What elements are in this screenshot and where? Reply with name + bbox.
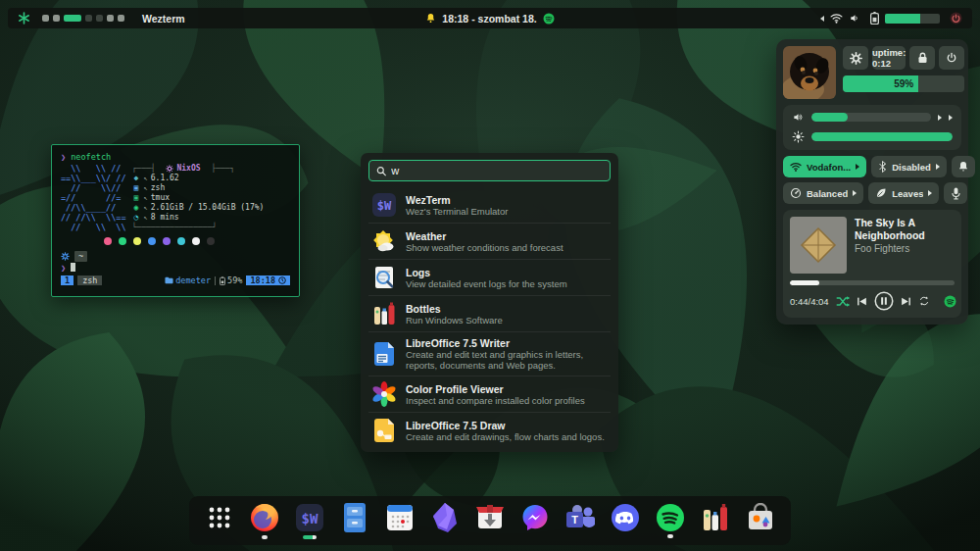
distro-name: NixOS — [176, 164, 200, 174]
dock-wezterm[interactable]: $W — [293, 501, 326, 540]
volume-app-arrow[interactable] — [949, 115, 953, 121]
power-tray-icon[interactable] — [950, 12, 962, 25]
workspace-indicator[interactable] — [53, 15, 60, 22]
bottles-icon — [702, 503, 729, 532]
tray-expander-icon[interactable] — [820, 16, 824, 22]
workspace-indicator[interactable] — [96, 15, 103, 22]
shell-prompt: ❯ — [61, 152, 66, 162]
dock-discord[interactable] — [609, 501, 642, 540]
dock-firefox[interactable] — [248, 501, 281, 540]
svg-text:T: T — [571, 514, 578, 526]
sliders-box — [783, 105, 961, 150]
neofetch-info: ┌───┤ NixOS ├───┐ ◆↖6.1.62 ▣↖zsh ▣↖tmux … — [132, 164, 265, 232]
dock-messenger[interactable] — [518, 501, 552, 540]
weather-icon — [371, 228, 397, 254]
volume-slider-icon — [792, 112, 805, 123]
track-artist: Foo Fighters — [855, 243, 955, 254]
distro-logo-icon[interactable] — [18, 12, 30, 25]
microphone-toggle[interactable] — [944, 182, 967, 204]
wezterm-icon: $W — [294, 502, 325, 533]
pause-button[interactable] — [874, 291, 894, 311]
result-libreoffice-draw[interactable]: LibreOffice 7.5 DrawCreate and edit draw… — [368, 412, 611, 448]
workspace-indicator[interactable] — [118, 15, 124, 22]
uptime-value: 8 mins — [151, 213, 179, 223]
dock-software-store[interactable] — [744, 501, 777, 540]
workspace-indicator[interactable] — [107, 15, 114, 22]
next-button[interactable] — [901, 296, 911, 307]
workspace-indicator[interactable] — [85, 15, 92, 22]
kernel-icon: ◆ — [132, 174, 141, 183]
lock-icon — [917, 52, 928, 64]
repeat-button[interactable] — [918, 295, 930, 307]
bluetooth-toggle[interactable]: Disabled — [871, 156, 947, 177]
clock-label: 18:18 - szombat 18. — [442, 13, 536, 25]
tmux-clock-chip: 18:18 — [246, 276, 290, 285]
palette-dot — [104, 237, 112, 245]
search-field[interactable] — [368, 160, 611, 181]
workspace-indicator[interactable] — [64, 15, 81, 22]
dock-obsidian[interactable] — [428, 501, 462, 540]
media-source-spotify-icon[interactable] — [944, 295, 956, 308]
dock-spotify[interactable] — [654, 501, 687, 540]
software-store-icon — [746, 503, 775, 532]
svg-text:$W: $W — [377, 199, 392, 213]
workspace-indicator[interactable] — [42, 15, 49, 22]
brightness-slider[interactable] — [811, 132, 953, 141]
tmux-window-index[interactable]: 1 — [61, 276, 74, 285]
battery-tray-icon — [870, 12, 879, 25]
tmux-battery: 59% — [227, 276, 242, 285]
shell-icon: ▣ — [132, 183, 141, 193]
quick-toggles: Vodafon... Disabled Balanced Leaves — [783, 156, 961, 204]
app-grid-icon — [207, 505, 232, 530]
result-logs[interactable]: LogsView detailed event logs for the sys… — [368, 259, 611, 295]
draw-icon — [371, 418, 397, 443]
settings-button[interactable] — [843, 46, 868, 70]
search-icon — [376, 166, 386, 176]
spotify-tray-icon[interactable] — [543, 13, 555, 25]
dock: $W T — [189, 496, 791, 545]
dock-teams[interactable]: T — [564, 501, 597, 540]
dock-files[interactable] — [338, 501, 371, 540]
power-button[interactable] — [939, 46, 964, 70]
dock-package-installer[interactable] — [473, 501, 507, 540]
track-progress-bar[interactable] — [790, 280, 955, 285]
lock-button[interactable] — [909, 46, 935, 70]
calendar-icon — [385, 503, 415, 532]
dock-calendar[interactable] — [383, 501, 416, 540]
dock-app-grid[interactable] — [203, 501, 236, 540]
workspace-switcher — [42, 15, 124, 22]
volume-output-arrow[interactable] — [938, 115, 942, 121]
running-indicator — [667, 534, 673, 538]
wifi-toggle[interactable]: Vodafon... — [783, 156, 866, 177]
dock-bottles[interactable] — [699, 501, 732, 540]
control-center: uptime: 0:12 59% — [776, 39, 968, 325]
result-color-profile-viewer[interactable]: Color Profile ViewerInspect and compare … — [368, 376, 611, 412]
tmux-window-name[interactable]: zsh — [77, 276, 102, 285]
discord-icon — [611, 503, 640, 532]
terminal-window[interactable]: ❯ neofetch \\ \\ // ==\\___\\/ // // \\/… — [51, 144, 300, 297]
theme-toggle[interactable]: Leaves — [868, 182, 939, 204]
search-input[interactable] — [391, 165, 603, 176]
power-profile-toggle[interactable]: Balanced — [783, 182, 863, 204]
palette-dot — [192, 237, 200, 245]
cwd-chip: ~ — [74, 251, 87, 262]
volume-slider[interactable] — [811, 113, 931, 122]
result-libreoffice-writer[interactable]: LibreOffice 7.5 WriterCreate and edit te… — [368, 331, 611, 376]
bluetooth-icon — [878, 161, 887, 173]
previous-button[interactable] — [857, 296, 867, 307]
shuffle-button[interactable] — [836, 296, 850, 307]
palette-dot — [119, 237, 126, 245]
volume-tray-icon[interactable] — [849, 13, 860, 24]
result-wezterm[interactable]: $W WezTermWez's Terminal Emulator — [368, 187, 611, 223]
clock-area[interactable]: 18:18 - szombat 18. — [425, 13, 554, 25]
palette-dot — [148, 237, 156, 245]
user-avatar[interactable] — [783, 46, 836, 99]
notifications-toggle[interactable] — [952, 156, 975, 177]
writer-icon — [371, 341, 397, 367]
logs-icon — [371, 265, 397, 290]
palette-dot — [133, 237, 141, 245]
wifi-tray-icon[interactable] — [830, 13, 843, 24]
result-bottles[interactable]: BottlesRun Windows Software — [368, 295, 611, 331]
result-weather[interactable]: WeatherShow weather conditions and forec… — [368, 223, 611, 259]
gear-icon — [166, 165, 173, 173]
